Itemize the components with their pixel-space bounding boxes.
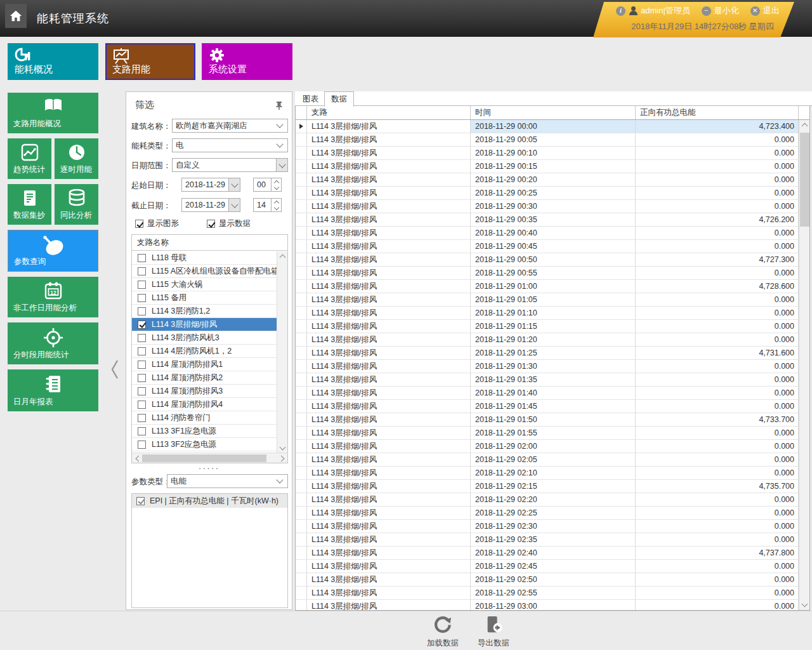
nav-branch-energy[interactable]: 支路用能 <box>105 43 195 80</box>
scroll-down-icon[interactable] <box>799 600 810 610</box>
tab-data[interactable]: 数据 <box>324 91 354 107</box>
table-row[interactable]: L114 3层排烟/排风2018-11-29 01:504,733.700 <box>296 413 799 427</box>
minimize-label[interactable]: 最小化 <box>714 5 739 17</box>
info-icon[interactable]: i <box>616 6 625 16</box>
table-row[interactable]: L114 3层排烟/排风2018-11-29 00:550.000 <box>296 267 799 280</box>
sidebar-item-timeband-stats[interactable]: 分时段用能统计 <box>8 322 98 364</box>
table-row[interactable]: L114 3层排烟/排风2018-11-29 02:200.000 <box>296 493 799 507</box>
branch-checkbox[interactable] <box>138 387 146 395</box>
table-row[interactable]: L114 3层排烟/排风2018-11-29 01:100.000 <box>296 307 799 320</box>
load-data-button[interactable]: 加载数据 <box>419 615 467 649</box>
sidebar-item-branch-overview[interactable]: 支路用能概况 <box>8 93 98 133</box>
table-row[interactable]: L114 3层排烟/排风2018-11-29 00:450.000 <box>296 240 799 253</box>
branch-horizontal-scrollbar[interactable] <box>132 453 287 463</box>
sidebar-item-yoy-analysis[interactable]: 同比分析 <box>55 184 98 225</box>
table-row[interactable]: L114 3层排烟/排风2018-11-29 02:250.000 <box>296 507 799 520</box>
table-row[interactable]: L114 3层排烟/排风2018-11-29 01:350.000 <box>296 373 799 387</box>
scroll-up-icon[interactable] <box>799 120 810 130</box>
table-row[interactable]: L114 3层排烟/排风2018-11-29 00:050.000 <box>296 133 799 147</box>
branch-checkbox[interactable] <box>138 414 146 422</box>
table-row[interactable]: L114 3层排烟/排风2018-11-29 01:200.000 <box>296 333 799 347</box>
start-date-picker[interactable]: 2018-11-29 <box>181 178 240 192</box>
scrollbar-thumb[interactable] <box>800 133 809 227</box>
branch-checkbox[interactable] <box>138 441 146 449</box>
date-range-select[interactable]: 自定义 <box>172 158 288 172</box>
logout-icon[interactable]: ✕ <box>750 6 760 16</box>
table-row[interactable]: L114 3层排烟/排风2018-11-29 02:000.000 <box>296 440 799 453</box>
table-row[interactable]: L114 3层排烟/排风2018-11-29 00:004,723.400 <box>296 120 799 133</box>
table-row[interactable]: L114 3层排烟/排风2018-11-29 01:450.000 <box>296 400 799 413</box>
sidebar-item-hourly-energy[interactable]: 逐时用能 <box>55 138 98 179</box>
branch-checkbox[interactable] <box>138 307 146 315</box>
logout-label[interactable]: 退出 <box>763 5 780 17</box>
sidebar-item-data-collection[interactable]: 数据集抄 <box>8 184 51 225</box>
table-row[interactable]: L114 3层排烟/排风2018-11-29 00:200.000 <box>296 173 799 187</box>
branch-list-item[interactable]: L118 母联 <box>132 251 277 265</box>
sidebar-item-daily-monthly-report[interactable]: 日月年报表 <box>8 369 98 411</box>
scroll-left-icon[interactable] <box>132 453 143 463</box>
branch-checkbox[interactable] <box>138 334 146 342</box>
branch-checkbox[interactable] <box>138 321 146 329</box>
branch-checkbox[interactable] <box>138 281 146 289</box>
table-row[interactable]: L114 3层排烟/排风2018-11-29 03:000.000 <box>296 600 799 611</box>
branch-checkbox[interactable] <box>138 347 146 355</box>
table-row[interactable]: L114 3层排烟/排风2018-11-29 02:350.000 <box>296 533 799 547</box>
building-select[interactable]: 欧尚超市嘉兴南湖店 <box>172 119 288 133</box>
sidebar-collapse-handle[interactable] <box>109 357 121 382</box>
table-row[interactable]: L114 3层排烟/排风2018-11-29 01:400.000 <box>296 387 799 400</box>
start-hour-stepper[interactable]: 00 <box>253 178 282 192</box>
table-row[interactable]: L114 3层排烟/排风2018-11-29 00:250.000 <box>296 187 799 200</box>
branch-list-item[interactable]: L114 4层消防风机1，2 <box>132 345 277 358</box>
end-hour-stepper[interactable]: 14 <box>253 198 282 212</box>
table-row[interactable]: L114 3层排烟/排风2018-11-29 02:154,735.700 <box>296 480 799 493</box>
branch-list-item[interactable]: L114 屋顶消防排风1 <box>132 358 277 371</box>
branch-checkbox[interactable] <box>138 294 146 302</box>
home-button[interactable] <box>5 4 27 28</box>
show-data-checkbox[interactable]: 显示数据 <box>207 218 251 229</box>
branch-list-item[interactable]: L114 屋顶消防排风4 <box>132 398 277 411</box>
nav-system-settings[interactable]: 系统设置 <box>202 43 292 80</box>
branch-list-item[interactable]: L115 大渝火锅 <box>132 278 277 291</box>
table-row[interactable]: L114 3层排烟/排风2018-11-29 00:504,727.300 <box>296 253 799 267</box>
branch-list-item[interactable]: L114 屋顶消防排风2 <box>132 371 277 385</box>
table-row[interactable]: L114 3层排烟/排风2018-11-29 02:404,737.800 <box>296 547 799 560</box>
branch-checkbox[interactable] <box>138 374 146 382</box>
table-row[interactable]: L114 3层排烟/排风2018-11-29 00:300.000 <box>296 200 799 213</box>
table-row[interactable]: L114 3层排烟/排风2018-11-29 00:100.000 <box>296 147 799 160</box>
branch-checkbox[interactable] <box>138 361 146 369</box>
table-row[interactable]: L114 3层排烟/排风2018-11-29 00:400.000 <box>296 227 799 240</box>
table-row[interactable]: L114 3层排烟/排风2018-11-29 02:550.000 <box>296 587 799 600</box>
spinner-arrows-icon[interactable] <box>271 199 281 211</box>
branch-list-item[interactable]: L115 A区冷机组电源设备自带配电箱 <box>132 265 277 278</box>
branch-list-item[interactable]: L114 屋顶消防排风3 <box>132 385 277 398</box>
branch-list-item[interactable]: L114 3层消防风机3 <box>132 331 277 345</box>
branch-list-item[interactable]: L113 3F1应急电源 <box>132 425 277 438</box>
branch-list-item[interactable]: L114 3层消防1,2 <box>132 305 277 318</box>
scrollbar-thumb[interactable] <box>142 454 266 462</box>
param-type-select[interactable]: 电能 <box>167 474 288 488</box>
branch-checkbox[interactable] <box>138 254 146 262</box>
table-row[interactable]: L114 3层排烟/排风2018-11-29 01:150.000 <box>296 320 799 333</box>
table-row[interactable]: L114 3层排烟/排风2018-11-29 02:050.000 <box>296 453 799 467</box>
nav-energy-overview[interactable]: 能耗概况 <box>8 43 98 80</box>
header-branch[interactable]: 支路 <box>307 106 471 119</box>
branch-list-item[interactable]: L115 备用 <box>132 291 277 305</box>
tab-chart[interactable]: 图表 <box>298 93 323 106</box>
splitter-grip[interactable]: ····· <box>126 465 292 470</box>
energy-type-select[interactable]: 电 <box>172 138 288 152</box>
table-row[interactable]: L114 3层排烟/排风2018-11-29 01:254,731.600 <box>296 347 799 360</box>
header-energy[interactable]: 正向有功总电能 <box>636 106 799 119</box>
sidebar-item-parameter-query[interactable]: 参数查询 <box>8 230 98 272</box>
table-vertical-scrollbar[interactable] <box>799 120 809 610</box>
branch-checkbox[interactable] <box>138 427 146 435</box>
scroll-right-icon[interactable] <box>277 453 287 463</box>
branch-list-item[interactable]: L114 消防卷帘门 <box>132 411 277 425</box>
table-row[interactable]: L114 3层排烟/排风2018-11-29 02:500.000 <box>296 573 799 587</box>
table-row[interactable]: L114 3层排烟/排风2018-11-29 01:300.000 <box>296 360 799 373</box>
table-row[interactable]: L114 3层排烟/排风2018-11-29 01:050.000 <box>296 293 799 307</box>
branch-checkbox[interactable] <box>138 267 146 275</box>
table-row[interactable]: L114 3层排烟/排风2018-11-29 02:100.000 <box>296 467 799 480</box>
branch-list-item[interactable]: L114 3层排烟/排风 <box>132 318 277 331</box>
end-date-picker[interactable]: 2018-11-29 <box>181 198 240 212</box>
table-row[interactable]: L114 3层排烟/排风2018-11-29 02:450.000 <box>296 560 799 573</box>
